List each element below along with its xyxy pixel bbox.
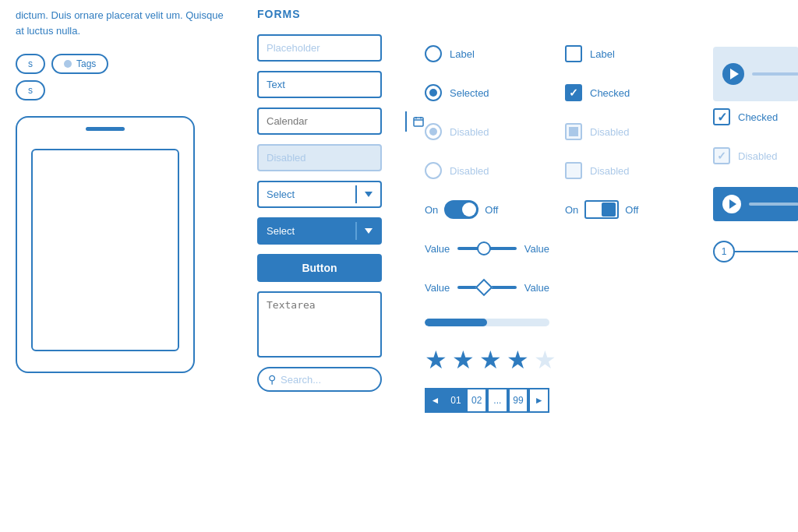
slider-row-1: Value Value — [425, 229, 549, 268]
checkbox-check-icon: ✓ — [569, 86, 578, 99]
pagination-next-icon: ► — [535, 395, 544, 406]
toggle-switch[interactable] — [444, 200, 478, 219]
star-2[interactable]: ★ — [452, 345, 475, 375]
pagination-page2-label: 02 — [471, 395, 482, 406]
calendar-field[interactable] — [257, 107, 382, 135]
slider-track-1[interactable] — [457, 247, 516, 250]
player-bar-1 — [752, 72, 798, 76]
search-placeholder-text: Search... — [281, 374, 321, 386]
left-panel: dictum. Duis ornare placerat velit um. Q… — [0, 0, 242, 532]
play-icon-2 — [729, 199, 736, 209]
search-field[interactable]: ⚲ Search... — [257, 367, 382, 392]
checkbox-label: Label — [590, 48, 615, 60]
toggle-square-on-label: On — [565, 204, 578, 216]
checkbox-checked[interactable]: ✓ — [565, 84, 582, 101]
extra-checkboxes: ✓ Checked ✓ Disabled — [713, 97, 798, 175]
radio-disabled-empty — [425, 162, 442, 179]
textarea-input[interactable] — [257, 291, 382, 358]
step-circle-1-label: 1 — [722, 246, 727, 257]
video-player-1 — [713, 47, 798, 101]
slider-value-label-2b: Value — [524, 282, 549, 294]
checkbox-checked-label: Checked — [590, 87, 630, 99]
mobile-top-bar — [86, 127, 125, 131]
radio-disabled1-label: Disabled — [450, 126, 489, 138]
toggle-on-label: On — [425, 204, 438, 216]
pagination-page1-label: 01 — [450, 395, 461, 406]
col-checkboxes: Label ✓ Checked Disabled — [549, 34, 690, 420]
extra-checkbox-checked[interactable]: ✓ — [713, 108, 730, 125]
checkbox-empty[interactable] — [565, 45, 582, 62]
tag-pill-2[interactable]: Tags — [51, 54, 108, 74]
radio-selected[interactable] — [425, 84, 442, 101]
left-text: dictum. Duis ornare placerat velit um. Q… — [16, 8, 226, 38]
stars-row: ★ ★ ★ ★ ★ — [425, 338, 549, 381]
checkbox-disabled-inner — [569, 127, 578, 136]
pagination-last[interactable]: 99 — [508, 388, 529, 413]
tag-2-label: Tags — [76, 58, 96, 69]
extra-checked-row: ✓ Checked — [713, 97, 798, 136]
toggle-square-row: On Off — [565, 190, 690, 229]
extra-check-icon: ✓ — [717, 110, 727, 125]
select-filled[interactable]: Select — [257, 217, 382, 245]
pagination-row: ◄ 01 02 ... 99 ► — [425, 381, 549, 420]
step-row: 1 — [713, 241, 798, 262]
checkbox-checked-row: ✓ Checked — [565, 73, 690, 112]
text-input[interactable] — [257, 71, 382, 98]
chevron-down-icon — [365, 192, 373, 197]
radio-disabled-inner — [429, 128, 437, 136]
radio-label: Label — [450, 48, 475, 60]
play-button-1[interactable] — [722, 63, 744, 85]
progress-track — [425, 319, 549, 326]
pagination-page2[interactable]: 02 — [466, 388, 487, 413]
radio-selected-label: Selected — [450, 87, 489, 99]
toggle-square-thumb — [602, 203, 616, 217]
select-outline[interactable]: Select — [257, 181, 382, 208]
star-1[interactable]: ★ — [425, 345, 447, 375]
video-player-2 — [713, 187, 798, 221]
select-filled-arrow[interactable] — [355, 222, 380, 240]
mobile-mockup — [16, 116, 195, 373]
slider-thumb-diamond[interactable] — [475, 279, 493, 297]
forms-grid: Select Select Button — [257, 34, 690, 420]
radio-disabled-filled-row: Disabled — [425, 112, 549, 151]
checkbox-disabled1-row: Disabled — [565, 112, 690, 151]
radio-empty[interactable] — [425, 45, 442, 62]
play-button-2[interactable] — [722, 195, 741, 213]
button-filled[interactable]: Button — [257, 254, 382, 282]
radio-disabled-filled — [425, 123, 442, 140]
placeholder-input[interactable] — [257, 34, 382, 62]
chevron-down-filled-icon — [365, 228, 373, 234]
toggle-square-switch[interactable] — [584, 200, 619, 219]
slider-track-2[interactable] — [457, 286, 516, 289]
forms-title: FORMS — [257, 8, 690, 20]
tag-row-2: s — [16, 80, 226, 100]
pagination-prev[interactable]: ◄ — [425, 388, 446, 413]
slider-thumb-1[interactable] — [477, 241, 491, 255]
pagination-next[interactable]: ► — [528, 388, 549, 413]
tag-3-label: s — [28, 85, 33, 96]
step-circle-1[interactable]: 1 — [713, 241, 735, 262]
play-icon-1 — [730, 69, 739, 79]
extra-disabled-row: ✓ Disabled — [713, 136, 798, 175]
star-4[interactable]: ★ — [507, 345, 529, 375]
checkbox-disabled1-label: Disabled — [590, 126, 630, 138]
tag-pill-1[interactable]: s — [16, 54, 45, 74]
slider-value-label-2: Value — [425, 282, 450, 294]
checkbox-disabled2-label: Disabled — [590, 165, 630, 177]
tag-row-1: s Tags — [16, 54, 226, 74]
select-outline-arrow[interactable] — [355, 185, 380, 203]
extra-disabled-check-icon: ✓ — [717, 150, 726, 162]
calendar-input[interactable] — [259, 109, 405, 133]
extra-checked-label: Checked — [738, 111, 778, 123]
checkbox-disabled1 — [565, 123, 582, 140]
tag-dot — [64, 60, 72, 68]
step-line — [735, 251, 798, 252]
mobile-screen — [31, 149, 179, 351]
tag-pill-3[interactable]: s — [16, 80, 45, 100]
pagination-page1[interactable]: 01 — [446, 388, 467, 413]
checkbox-disabled2 — [565, 162, 582, 179]
slider-value-label-1b: Value — [524, 243, 549, 255]
star-3[interactable]: ★ — [479, 345, 502, 375]
extra-checkbox-disabled: ✓ — [713, 147, 730, 164]
radio-disabled-empty-row: Disabled — [425, 151, 549, 190]
